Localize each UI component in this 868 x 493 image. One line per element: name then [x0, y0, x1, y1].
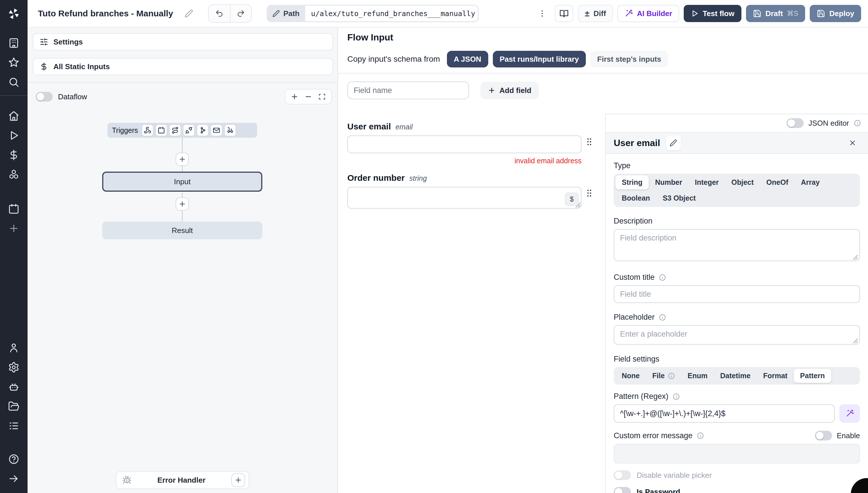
info-icon[interactable]	[854, 120, 861, 127]
setting-pattern[interactable]: Pattern	[793, 369, 831, 383]
type-object[interactable]: Object	[725, 175, 760, 189]
add-field-button[interactable]: Add field	[481, 82, 539, 99]
settings-gear-icon[interactable]	[0, 358, 27, 377]
websocket-trigger-icon[interactable]	[184, 125, 194, 136]
error-handler-node[interactable]: Error Handler	[116, 471, 249, 489]
close-editor-button[interactable]	[845, 135, 860, 150]
type-string[interactable]: String	[615, 175, 649, 189]
kafka-trigger-icon[interactable]	[197, 125, 208, 136]
field-name-input[interactable]	[347, 82, 469, 99]
fit-view-button[interactable]	[316, 90, 328, 103]
static-inputs-card[interactable]: All Static Inputs	[33, 58, 333, 75]
deploy-button[interactable]: Deploy	[810, 5, 861, 22]
workspace-icon[interactable]	[0, 33, 27, 53]
dataflow-toggle[interactable]	[36, 92, 53, 102]
book-open-icon	[559, 9, 569, 18]
json-editor-toggle[interactable]	[786, 118, 804, 128]
is-password-toggle[interactable]	[614, 487, 631, 493]
type-boolean[interactable]: Boolean	[615, 191, 656, 205]
info-icon[interactable]	[673, 393, 680, 400]
expand-sidebar-icon[interactable]	[0, 469, 27, 488]
triggers-node[interactable]: Triggers	[107, 123, 257, 138]
setting-enum[interactable]: Enum	[681, 369, 714, 383]
order-field-label: Order number	[347, 173, 405, 183]
pattern-regex-input[interactable]	[614, 404, 835, 423]
generate-pattern-ai-button[interactable]	[839, 404, 860, 423]
copy-schema-json-button[interactable]: A JSON	[447, 51, 488, 67]
path-field: Path u/alex/tuto_refund_branches___manua…	[267, 5, 479, 22]
path-value[interactable]: u/alex/tuto_refund_branches___manually	[305, 5, 479, 22]
type-s3-object[interactable]: S3 Object	[656, 191, 702, 205]
zoom-in-button[interactable]	[289, 90, 300, 103]
schedule-trigger-icon[interactable]	[156, 125, 167, 136]
setting-datetime[interactable]: Datetime	[714, 369, 757, 383]
folders-icon[interactable]	[0, 396, 27, 416]
ai-builder-button[interactable]: AI Builder	[617, 5, 679, 22]
type-integer[interactable]: Integer	[689, 175, 725, 189]
result-node[interactable]: Result	[102, 221, 262, 239]
zoom-out-button[interactable]	[302, 90, 314, 103]
redo-button[interactable]	[230, 5, 251, 22]
path-chip[interactable]: Path	[267, 5, 305, 22]
description-textarea[interactable]	[614, 229, 860, 261]
add-step-button-2[interactable]	[176, 197, 189, 211]
info-icon[interactable]	[697, 432, 704, 440]
edge-triggers-input	[182, 138, 183, 153]
main-content: Settings All Static Inputs Dataflow T	[27, 27, 868, 493]
disable-variable-picker-toggle[interactable]	[614, 470, 631, 480]
placeholder-textarea[interactable]	[614, 325, 860, 345]
undo-button[interactable]	[209, 5, 230, 22]
resources-icon[interactable]	[0, 165, 27, 184]
info-icon[interactable]	[659, 274, 666, 281]
diff-button[interactable]: ± Diff	[578, 5, 613, 22]
diff-icon: ±	[585, 9, 589, 18]
add-error-handler-button[interactable]	[231, 473, 245, 487]
rename-field-button[interactable]	[666, 135, 681, 150]
workers-robot-icon[interactable]	[0, 377, 27, 396]
windmill-logo[interactable]	[0, 0, 27, 27]
help-icon[interactable]	[0, 449, 27, 469]
json-editor-label: JSON editor	[808, 119, 849, 128]
add-step-button[interactable]	[176, 153, 189, 166]
type-oneof[interactable]: OneOf	[760, 175, 795, 189]
test-flow-button[interactable]: Test flow	[684, 5, 741, 22]
order-drag-handle[interactable]	[587, 189, 592, 197]
field-settings-label: Field settings	[614, 355, 860, 364]
user-icon[interactable]	[0, 338, 27, 358]
search-icon[interactable]	[0, 72, 27, 92]
favorites-star-icon[interactable]	[0, 53, 27, 72]
order-input[interactable]	[347, 187, 581, 209]
custom-title-input[interactable]	[614, 285, 860, 303]
resize-grip-icon[interactable]	[852, 338, 858, 344]
schedules-icon[interactable]	[0, 199, 27, 219]
email-trigger-icon[interactable]	[211, 125, 222, 136]
setting-file[interactable]: File	[646, 369, 681, 383]
home-icon[interactable]	[0, 106, 27, 126]
info-icon[interactable]	[659, 314, 666, 321]
audit-logs-icon[interactable]	[0, 416, 27, 436]
flow-settings-card[interactable]: Settings	[33, 33, 333, 50]
add-icon[interactable]	[0, 219, 27, 238]
variables-icon[interactable]	[0, 145, 27, 165]
copy-schema-past-runs-button[interactable]: Past runs/Input library	[493, 51, 586, 67]
email-input[interactable]	[347, 135, 581, 153]
resize-grip-icon[interactable]	[852, 255, 858, 260]
setting-none[interactable]: None	[615, 369, 646, 383]
copy-schema-first-step-button[interactable]: First step's inputs	[590, 51, 668, 67]
type-array[interactable]: Array	[795, 175, 826, 189]
setting-format[interactable]: Format	[757, 369, 794, 383]
docs-book-button[interactable]	[555, 5, 573, 22]
draft-button[interactable]: Draft ⌘S	[746, 5, 805, 22]
more-menu-kebab-icon[interactable]	[534, 5, 550, 22]
input-node[interactable]: Input	[102, 172, 262, 192]
webhook-trigger-icon[interactable]	[142, 125, 153, 136]
email-drag-handle[interactable]	[587, 138, 592, 146]
type-number[interactable]: Number	[649, 175, 688, 189]
edit-title-pencil-icon[interactable]	[185, 9, 193, 18]
http-route-trigger-icon[interactable]	[170, 125, 181, 136]
resize-grip-icon[interactable]	[575, 202, 581, 208]
email-field-type: email	[396, 123, 413, 131]
custom-error-enable-toggle[interactable]	[815, 431, 832, 441]
poll-trigger-icon[interactable]	[225, 125, 236, 136]
runs-icon[interactable]	[0, 126, 27, 145]
